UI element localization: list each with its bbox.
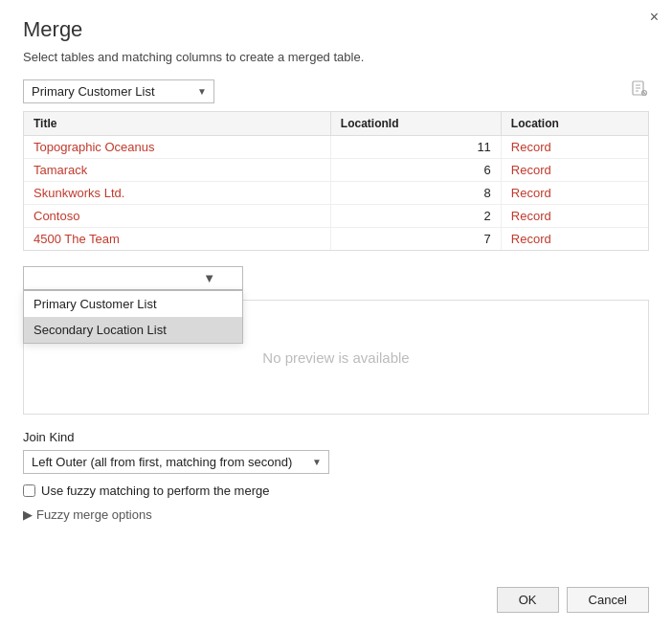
close-button[interactable]: × (650, 10, 659, 25)
secondary-section: ▼ Primary Customer List Secondary Locati… (23, 266, 649, 290)
dialog-subtitle: Select tables and matching columns to cr… (23, 50, 649, 64)
cell-title: Skunkworks Ltd. (24, 182, 330, 205)
cell-locationid: 8 (330, 182, 501, 205)
cell-location: Record (501, 182, 648, 205)
cell-title: Topographic Oceanus (24, 136, 330, 159)
table-row[interactable]: Contoso2Record (24, 205, 648, 228)
dropdown-option-secondary[interactable]: Secondary Location List (24, 317, 242, 343)
join-kind-section: Join Kind Left Outer (all from first, ma… (23, 430, 649, 474)
primary-table-select[interactable]: Primary Customer List Secondary Location… (23, 79, 214, 103)
table-row[interactable]: 4500 The Team7Record (24, 228, 648, 251)
join-kind-label: Join Kind (23, 430, 649, 444)
footer-row: OK Cancel (23, 577, 649, 613)
cell-locationid: 2 (330, 205, 501, 228)
dropdown-option-primary[interactable]: Primary Customer List (24, 291, 242, 317)
preview-text: No preview is available (262, 349, 409, 366)
table-header-row: Title LocationId Location (24, 112, 648, 136)
fuzzy-matching-label: Use fuzzy matching to perform the merge (41, 484, 269, 498)
cell-location: Record (501, 205, 648, 228)
table-row[interactable]: Tamarack6Record (24, 159, 648, 182)
join-kind-select[interactable]: Left Outer (all from first, matching fro… (23, 450, 329, 474)
cell-location: Record (501, 136, 648, 159)
merge-dialog: × Merge Select tables and matching colum… (0, 0, 672, 630)
primary-table: Title LocationId Location Topographic Oc… (23, 111, 649, 251)
col-title: Title (24, 112, 330, 136)
fuzzy-options-triangle: ▶ (23, 507, 33, 522)
cell-title: Tamarack (24, 159, 330, 182)
primary-select-row: Primary Customer List Secondary Location… (23, 79, 649, 103)
fuzzy-options-label: Fuzzy merge options (36, 507, 152, 522)
secondary-dropdown-container: ▼ Primary Customer List Secondary Locati… (23, 266, 243, 290)
doc-icon (630, 79, 649, 103)
dialog-title: Merge (23, 17, 649, 42)
cell-title: 4500 The Team (24, 228, 330, 251)
fuzzy-options-expander[interactable]: ▶ Fuzzy merge options (23, 507, 649, 522)
table-row[interactable]: Skunkworks Ltd.8Record (24, 182, 648, 205)
fuzzy-matching-row: Use fuzzy matching to perform the merge (23, 484, 649, 498)
col-locationid: LocationId (330, 112, 501, 136)
ok-button[interactable]: OK (497, 587, 559, 613)
join-kind-select-wrapper: Left Outer (all from first, matching fro… (23, 450, 329, 474)
secondary-dropdown-list: Primary Customer List Secondary Location… (23, 290, 243, 344)
cancel-button[interactable]: Cancel (567, 587, 649, 613)
table-row[interactable]: Topographic Oceanus11Record (24, 136, 648, 159)
secondary-dropdown-trigger[interactable]: ▼ (23, 266, 243, 290)
cell-locationid: 7 (330, 228, 501, 251)
cell-location: Record (501, 159, 648, 182)
cell-title: Contoso (24, 205, 330, 228)
secondary-dropdown-chevron: ▼ (203, 271, 215, 285)
cell-location: Record (501, 228, 648, 251)
fuzzy-matching-checkbox[interactable] (23, 484, 35, 497)
cell-locationid: 6 (330, 159, 501, 182)
col-location: Location (501, 112, 648, 136)
primary-dropdown-wrapper: Primary Customer List Secondary Location… (23, 79, 214, 103)
cell-locationid: 11 (330, 136, 501, 159)
